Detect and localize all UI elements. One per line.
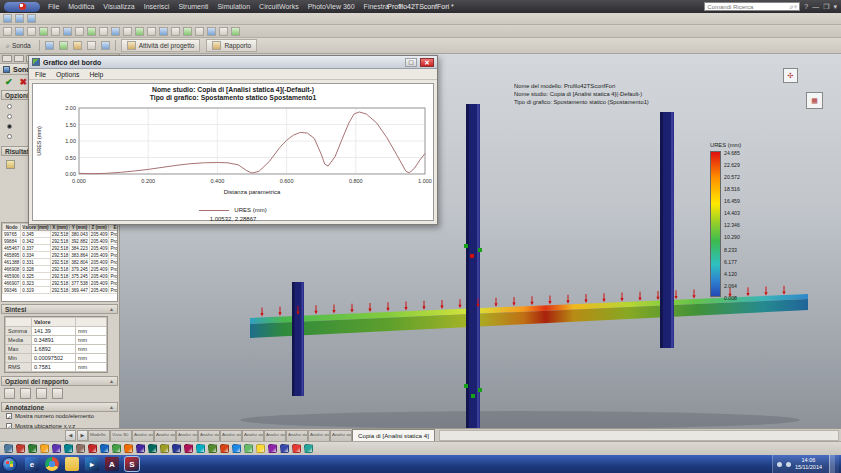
results-row[interactable]: 4654670.337292.518384.223205.409Profilo_… bbox=[3, 245, 119, 252]
mass-properties-icon[interactable] bbox=[183, 27, 192, 36]
show-desktop-button[interactable] bbox=[829, 455, 835, 473]
cmd-button-attivit-del-progetto[interactable]: Attività del progetto bbox=[121, 39, 201, 52]
tab-analisi-statica-10[interactable]: Analisi statica 10 bbox=[330, 430, 352, 441]
rebuild-icon[interactable] bbox=[219, 27, 228, 36]
desktop-shortcut-icon[interactable] bbox=[292, 444, 301, 453]
tab-analisi-statica-6[interactable]: Analisi statica 6 bbox=[242, 430, 264, 441]
desktop-shortcut-icon[interactable] bbox=[172, 444, 181, 453]
pan-icon[interactable] bbox=[63, 27, 72, 36]
desktop-shortcut-icon[interactable] bbox=[256, 444, 265, 453]
tab-analisi-statica-7[interactable]: Analisi statica 7 bbox=[264, 430, 286, 441]
dialog-menu-file[interactable]: File bbox=[35, 71, 46, 78]
menu-simulation[interactable]: Simulation bbox=[217, 3, 250, 10]
menu-file[interactable]: File bbox=[48, 3, 59, 10]
menu-finestra[interactable]: Finestra bbox=[364, 3, 389, 10]
help-icon[interactable]: ? bbox=[804, 2, 808, 11]
previous-view-icon[interactable] bbox=[75, 27, 84, 36]
option-radio-1[interactable] bbox=[7, 104, 12, 109]
zoom-area-icon[interactable] bbox=[39, 27, 48, 36]
desktop-shortcut-icon[interactable] bbox=[160, 444, 169, 453]
taskbar-icon-chrome[interactable] bbox=[45, 457, 59, 471]
cancel-button[interactable]: ✖ bbox=[20, 77, 28, 87]
dialog-title-bar[interactable]: Grafico del bordo ▢ ✕ bbox=[29, 56, 437, 69]
save-icon[interactable] bbox=[27, 14, 36, 23]
desktop-shortcut-icon[interactable] bbox=[220, 444, 229, 453]
zoom-fit-icon[interactable] bbox=[27, 27, 36, 36]
search-dropdown-icon[interactable]: ▾ bbox=[794, 2, 798, 11]
tab-analisi-statica-8[interactable]: Analisi statica 8 bbox=[286, 430, 308, 441]
option-radio-2[interactable] bbox=[7, 114, 12, 119]
report-include-button[interactable] bbox=[52, 388, 63, 399]
menu-visualizza[interactable]: Visualizza bbox=[103, 3, 134, 10]
desktop-shortcut-icon[interactable] bbox=[124, 444, 133, 453]
results-row[interactable]: 4669070.323292.518377.538205.409Profilo_… bbox=[3, 280, 119, 287]
rotate-view-icon[interactable] bbox=[51, 27, 60, 36]
plot-icon-button[interactable] bbox=[73, 41, 82, 50]
tabs-scroll-right[interactable]: ▶ bbox=[77, 430, 88, 441]
checkbox-checked[interactable]: ✓ bbox=[6, 413, 12, 419]
start-button[interactable] bbox=[2, 457, 17, 472]
tab-analisi-statica-2[interactable]: Analisi statica 2 bbox=[154, 430, 176, 441]
display-style-icon[interactable] bbox=[111, 27, 120, 36]
option-radio-3[interactable] bbox=[7, 124, 12, 129]
dialog-menu-help[interactable]: Help bbox=[89, 71, 103, 78]
group-opzioni-rapporto[interactable]: Opzioni del rapporto▲ bbox=[1, 376, 118, 386]
command-search[interactable]: ⌕ ▾ bbox=[704, 2, 800, 11]
probe-tool-button[interactable]: ⌕ Sonda bbox=[3, 42, 34, 49]
desktop-shortcut-icon[interactable] bbox=[4, 444, 13, 453]
tab-analisi-statica-1[interactable]: Analisi statica 1 bbox=[132, 430, 154, 441]
measure-icon[interactable] bbox=[171, 27, 180, 36]
new-icon[interactable] bbox=[3, 14, 12, 23]
plot-control-box[interactable]: ▦ bbox=[806, 92, 823, 109]
feature-tree-tab[interactable] bbox=[2, 55, 12, 62]
results-row[interactable]: 4658950.334292.518383.864205.409Profilo_… bbox=[3, 252, 119, 259]
simulation-icon-button[interactable] bbox=[45, 41, 54, 50]
tab-vista-3d[interactable]: Vista 3D bbox=[110, 430, 132, 441]
tray-icon[interactable] bbox=[786, 462, 791, 467]
compare-icon-button[interactable] bbox=[87, 41, 96, 50]
menu-modifica[interactable]: Modifica bbox=[68, 3, 94, 10]
desktop-shortcut-icon[interactable] bbox=[64, 444, 73, 453]
scene-icon[interactable] bbox=[147, 27, 156, 36]
desktop-shortcut-icon[interactable] bbox=[100, 444, 109, 453]
dialog-menu-options[interactable]: Options bbox=[56, 71, 79, 78]
solidworks-logo[interactable] bbox=[4, 2, 40, 12]
desktop-shortcut-icon[interactable] bbox=[196, 444, 205, 453]
results-row[interactable]: 4613880.331292.518382.804205.409Profilo_… bbox=[3, 259, 119, 266]
select-icon[interactable] bbox=[3, 27, 12, 36]
desktop-shortcut-icon[interactable] bbox=[232, 444, 241, 453]
results-row[interactable]: 997650.345292.518380.043205.409Profilo_6… bbox=[3, 231, 119, 238]
active-study-tab[interactable]: Copia di [Analisi statica 4] bbox=[352, 429, 435, 441]
view-orientation-icon[interactable] bbox=[99, 27, 108, 36]
tab-analisi-statica-5[interactable]: Analisi statica 5 bbox=[220, 430, 242, 441]
results-row[interactable]: 998840.342292.518392.882205.409Profilo_6… bbox=[3, 238, 119, 245]
taskbar-icon-adobe-app[interactable]: A bbox=[105, 457, 119, 471]
tab-modello[interactable]: Modello bbox=[88, 430, 110, 441]
minimize-icon[interactable]: — bbox=[812, 2, 819, 11]
appearance-icon[interactable] bbox=[135, 27, 144, 36]
taskbar-icon-internet-explorer[interactable]: e bbox=[25, 457, 39, 471]
annotation-icon[interactable] bbox=[159, 27, 168, 36]
report-save-button[interactable] bbox=[20, 388, 31, 399]
desktop-shortcut-icon[interactable] bbox=[268, 444, 277, 453]
dialog-maximize-button[interactable]: ▢ bbox=[405, 58, 417, 67]
tab-analisi-statica-9[interactable]: Analisi statica 9 bbox=[308, 430, 330, 441]
desktop-shortcut-icon[interactable] bbox=[244, 444, 253, 453]
report-capture-button[interactable] bbox=[36, 388, 47, 399]
options-icon[interactable]: ▾ bbox=[833, 2, 837, 11]
results-row[interactable]: 993460.319292.518369.447205.409Profilo_6… bbox=[3, 287, 119, 294]
taskbar-icon-media-player[interactable]: ▸ bbox=[85, 457, 99, 471]
print-icon[interactable] bbox=[231, 27, 240, 36]
deformation-icon-button[interactable] bbox=[101, 41, 110, 50]
open-icon[interactable] bbox=[15, 14, 24, 23]
tab-analisi-statica-4[interactable]: Analisi statica 4 bbox=[198, 430, 220, 441]
results-icon-button[interactable] bbox=[59, 41, 68, 50]
dialog-close-button[interactable]: ✕ bbox=[420, 58, 434, 67]
desktop-shortcut-icon[interactable] bbox=[148, 444, 157, 453]
menu-circuitworks[interactable]: CircuitWorks bbox=[259, 3, 299, 10]
section-view-icon[interactable] bbox=[87, 27, 96, 36]
hide-show-icon[interactable] bbox=[123, 27, 132, 36]
desktop-shortcut-icon[interactable] bbox=[184, 444, 193, 453]
taskbar-icon-solidworks[interactable]: S bbox=[125, 457, 139, 471]
tray-icon[interactable] bbox=[777, 462, 782, 467]
